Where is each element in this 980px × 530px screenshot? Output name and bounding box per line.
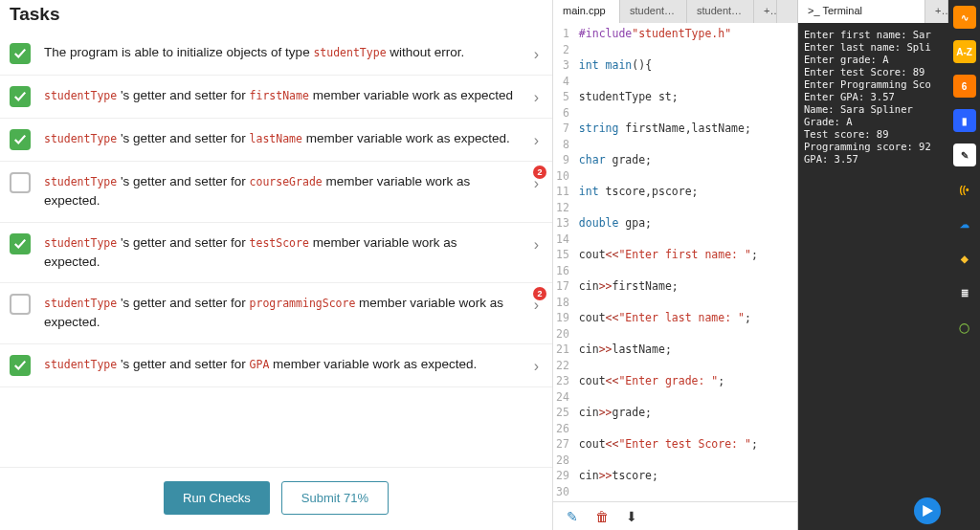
terminal-tabs: >_ Terminal + [798, 0, 948, 23]
task-text: The program is able to initialize object… [44, 43, 543, 62]
edit-icon[interactable]: ✎ [567, 509, 578, 524]
icon-sidebar: ∿A-Z6▮✎((•☁◆≣◯ [948, 0, 980, 530]
checkbox-empty [10, 172, 31, 193]
task-text: studentType 's getter and setter for tes… [44, 233, 543, 273]
book-icon[interactable]: ▮ [953, 109, 976, 132]
terminal-output[interactable]: Enter first name: Sar Enter last name: S… [798, 23, 948, 530]
chevron-right-icon: › [534, 358, 539, 375]
task-text: studentType 's getter and setter for GPA… [44, 355, 543, 374]
checkmark-icon [10, 43, 31, 64]
run-button[interactable] [914, 497, 941, 524]
checkmark-icon [10, 355, 31, 376]
task-text: studentType 's getter and setter for cou… [44, 172, 543, 211]
chevron-right-icon: › [534, 236, 539, 254]
task-text: studentType 's getter and setter for las… [44, 129, 543, 148]
checkmark-icon [10, 129, 31, 150]
terminal-tab-new[interactable]: + [925, 0, 948, 23]
wifi-icon[interactable]: ((• [953, 178, 976, 201]
download-icon[interactable]: ⬇ [626, 509, 637, 524]
tasks-header: Tasks [0, 0, 552, 33]
terminal-panel: >_ Terminal + Enter first name: Sar Ente… [798, 0, 948, 530]
rss-icon[interactable]: ∿ [953, 6, 976, 29]
task-text: studentType 's getter and setter for fir… [44, 86, 543, 105]
note-icon[interactable]: ✎ [953, 144, 976, 166]
tab-new[interactable]: + [754, 0, 777, 23]
cloud-icon[interactable]: ☁ [953, 212, 976, 235]
delete-icon[interactable]: 🗑 [595, 509, 609, 524]
checkbox-empty [10, 294, 31, 315]
chevron-right-icon: › [534, 46, 539, 63]
editor-panel: main.cpp studentT… studentT… + 123456789… [553, 0, 798, 530]
run-checks-button[interactable]: Run Checks [164, 481, 270, 515]
editor-toolbar: ✎ 🗑 ⬇ [553, 501, 797, 530]
tab-terminal[interactable]: >_ Terminal [798, 0, 925, 23]
circle-icon[interactable]: ◯ [953, 316, 976, 339]
error-badge: 2 [533, 166, 546, 179]
task-row[interactable]: studentType 's getter and setter for tes… [0, 223, 552, 284]
error-badge: 2 [533, 287, 546, 300]
tasks-list: The program is able to initialize object… [0, 33, 552, 467]
task-row[interactable]: studentType 's getter and setter for pro… [0, 283, 552, 344]
task-row[interactable]: studentType 's getter and setter for fir… [0, 76, 552, 119]
checkmark-icon [10, 86, 31, 107]
chevron-right-icon: › [534, 132, 539, 149]
task-text: studentType 's getter and setter for pro… [44, 294, 543, 333]
task-row[interactable]: studentType 's getter and setter for cou… [0, 162, 552, 223]
submit-button[interactable]: Submit 71% [281, 481, 389, 515]
tab-student-2[interactable]: studentT… [687, 0, 754, 23]
stack-icon[interactable]: ≣ [953, 281, 976, 304]
tab-student-1[interactable]: studentT… [620, 0, 687, 23]
svg-marker-0 [923, 505, 933, 517]
editor-tabs: main.cpp studentT… studentT… + [553, 0, 797, 23]
drive-icon[interactable]: ◆ [953, 247, 976, 270]
tasks-footer: Run Checks Submit 71% [0, 467, 552, 530]
az-icon[interactable]: A-Z [953, 40, 976, 63]
chevron-right-icon: › [534, 89, 539, 106]
task-row[interactable]: studentType 's getter and setter for GPA… [0, 344, 552, 387]
tab-main-cpp[interactable]: main.cpp [553, 0, 620, 23]
task-row[interactable]: studentType 's getter and setter for las… [0, 119, 552, 162]
code-editor[interactable]: 1234567891011121314151617181920212223242… [553, 23, 797, 501]
checkmark-icon [10, 233, 31, 254]
badoo-icon[interactable]: 6 [953, 75, 976, 98]
tasks-panel: Tasks The program is able to initialize … [0, 0, 553, 530]
task-row[interactable]: The program is able to initialize object… [0, 33, 552, 76]
